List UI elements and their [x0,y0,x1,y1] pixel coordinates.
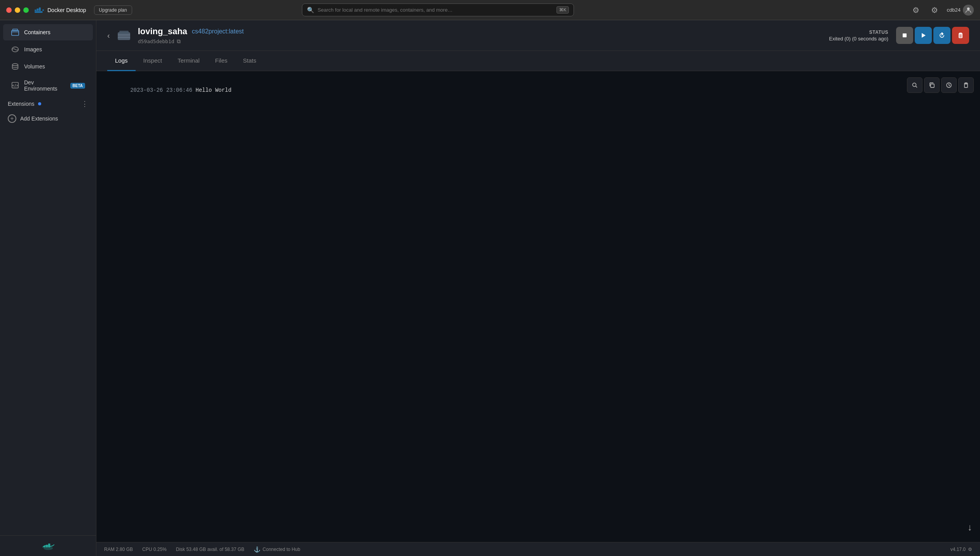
svg-rect-6 [12,30,19,35]
log-toolbar [907,77,974,93]
connected-label: Connected to Hub [263,547,300,552]
sidebar-item-volumes[interactable]: Volumes [3,58,93,75]
svg-rect-13 [46,545,48,547]
ram-status: RAM 2.80 GB [104,547,133,552]
svg-rect-2 [39,7,41,11]
user-avatar[interactable]: cdb24 [947,5,974,16]
delete-button[interactable] [952,27,969,44]
disk-status: Disk 53.48 GB avail. of 58.37 GB [176,547,244,552]
svg-rect-19 [903,33,907,37]
upgrade-plan-button[interactable]: Upgrade plan [94,5,132,15]
search-icon: 🔍 [307,7,314,14]
svg-point-9 [12,64,18,66]
tab-logs[interactable]: Logs [107,51,136,71]
search-input[interactable] [317,7,553,13]
content-area: ‹ loving_saha cs482project:latest d59ad5… [96,20,980,556]
search-shortcut: ⌘K [556,6,569,14]
containers-label: Containers [24,29,51,35]
add-extensions-item[interactable]: + Add Extensions [0,111,96,126]
svg-rect-17 [118,35,130,35]
log-message-0: Hello World [192,87,232,93]
tab-files[interactable]: Files [208,51,235,71]
tab-inspect[interactable]: Inspect [136,51,170,71]
traffic-lights [6,7,29,13]
container-id: d59ad5debb1d [138,38,174,44]
tabs-bar: Logs Inspect Terminal Files Stats [96,51,980,71]
svg-rect-12 [44,546,45,547]
log-timestamps-button[interactable] [941,77,957,93]
log-content: 2023-03-26 23:06:46 Hello World [96,71,980,542]
tab-terminal[interactable]: Terminal [170,51,208,71]
svg-rect-7 [13,29,18,31]
extensions-header[interactable]: Extensions ⋮ [0,96,96,111]
sidebar-item-images[interactable]: Images [3,41,93,58]
svg-marker-21 [942,33,943,35]
status-value: Exited (0) (0 seconds ago) [829,36,888,42]
sidebar-nav: Containers Images [0,20,96,535]
stop-button[interactable] [896,27,913,44]
user-name: cdb24 [947,7,961,13]
back-button[interactable]: ‹ [107,31,110,40]
add-extensions-label: Add Extensions [20,115,58,122]
svg-rect-0 [35,9,37,10]
beta-badge: BETA [70,83,85,89]
log-line-0: 2023-03-26 23:06:46 Hello World [104,77,972,103]
sidebar-footer [0,535,96,556]
container-header-icon [116,28,132,43]
extensions-more-icon[interactable]: ⋮ [81,100,88,108]
main-layout: Containers Images [0,20,980,556]
minimize-window-button[interactable] [15,7,20,13]
svg-rect-18 [118,37,130,38]
scroll-down-button[interactable]: ↓ [968,522,972,533]
settings-icon[interactable]: ⚙ [910,4,922,16]
svg-rect-3 [35,11,43,12]
extensions-dot [38,102,41,105]
titlebar: Docker Desktop Upgrade plan 🔍 ⌘K ⚙ ⚙ cdb… [0,0,980,20]
svg-rect-22 [959,34,962,38]
cpu-status: CPU 0.25% [142,547,167,552]
container-image-tag: cs482project:latest [192,28,244,35]
dev-environments-icon [11,81,19,90]
svg-point-4 [42,9,44,10]
gear-icon[interactable]: ⚙ [928,4,941,16]
images-label: Images [24,46,42,52]
log-copy-button[interactable] [924,77,940,93]
play-button[interactable] [915,27,932,44]
version-label: v4.17.0 [950,547,966,552]
version-status: v4.17.0 ⚙ [950,547,972,552]
maximize-window-button[interactable] [23,7,29,13]
anchor-icon: ⚓ [254,546,260,553]
sidebar-item-dev-environments[interactable]: Dev Environments BETA [3,75,93,96]
tab-stats[interactable]: Stats [235,51,264,71]
action-buttons [896,27,969,44]
volumes-icon [11,62,19,71]
log-search-button[interactable] [907,77,922,93]
container-id-row: d59ad5debb1d ⧉ [138,38,823,44]
close-window-button[interactable] [6,7,12,13]
copy-id-icon[interactable]: ⧉ [177,38,183,44]
search-bar[interactable]: 🔍 ⌘K [302,3,574,16]
status-settings-icon[interactable]: ⚙ [968,547,972,552]
add-icon: + [8,114,16,123]
status-info: STATUS Exited (0) (0 seconds ago) [829,30,888,42]
status-bar: RAM 2.80 GB CPU 0.25% Disk 53.48 GB avai… [96,542,980,556]
titlebar-right: ⚙ ⚙ cdb24 [910,4,974,16]
svg-marker-20 [922,33,926,38]
svg-rect-16 [119,31,129,34]
container-info: loving_saha cs482project:latest d59ad5de… [138,26,823,44]
containers-icon [11,28,19,37]
app-name: Docker Desktop [47,7,86,13]
status-section: STATUS Exited (0) (0 seconds ago) [829,27,969,44]
sidebar: Containers Images [0,20,96,556]
sidebar-item-containers[interactable]: Containers [3,24,93,40]
extensions-header-left: Extensions [8,101,41,107]
restart-button[interactable] [933,27,950,44]
log-clear-button[interactable] [958,77,974,93]
container-name-row: loving_saha cs482project:latest [138,26,823,37]
svg-point-5 [967,7,970,10]
svg-rect-1 [37,8,39,10]
log-timestamp-0: 2023-03-26 23:06:46 [130,87,192,93]
svg-line-26 [916,86,917,88]
connection-status: ⚓ Connected to Hub [254,546,300,553]
container-name: loving_saha [138,26,187,37]
